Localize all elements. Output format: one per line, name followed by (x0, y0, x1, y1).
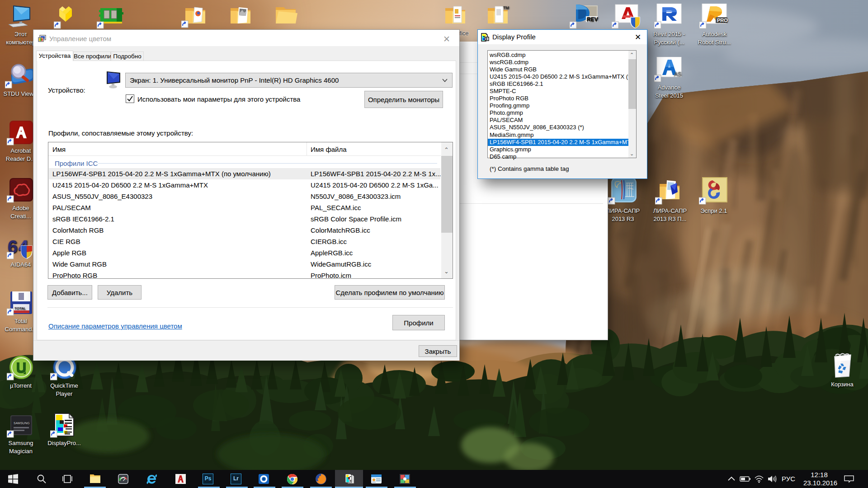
svg-text:SAMSUNG: SAMSUNG (14, 422, 29, 425)
svg-text:AS: AS (674, 71, 681, 77)
svg-text:TOTAL: TOTAL (14, 306, 26, 310)
svg-text:TM: TM (503, 5, 509, 10)
svg-text:REV: REV (587, 16, 598, 23)
svg-text:PRO: PRO (717, 18, 728, 23)
